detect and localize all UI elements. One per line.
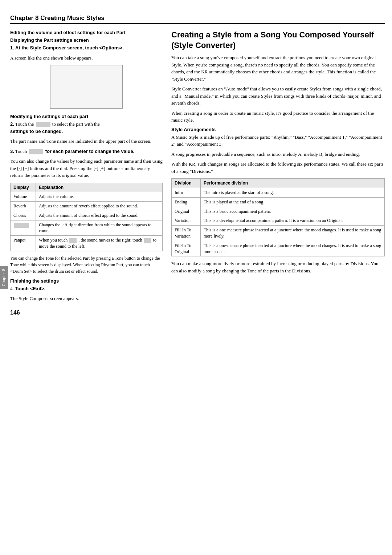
step2-instruction-mid: to select the part with the — [52, 121, 100, 127]
editing-volume-heading: Editing the volume and effect settings f… — [10, 30, 163, 35]
panpot-mid: , the sound moves to the right; touch — [78, 238, 142, 243]
table-cell-panpot-label: Panpot — [11, 236, 36, 251]
divisions-intro-desc: The intro is played at the start of a so… — [201, 188, 385, 197]
step1-num: 1. — [10, 45, 14, 50]
table-cell-blank-label — [11, 220, 36, 236]
section-modifying-settings: Modifying the settings of each part 2. T… — [10, 114, 163, 179]
modifying-settings-heading: Modifying the settings of each part — [10, 114, 163, 119]
step3-note: You can also change the values by touchi… — [10, 158, 163, 179]
displaying-settings-heading: Displaying the Part settings screen — [10, 37, 163, 43]
table-row: Chorus Adjusts the amount of chorus effe… — [11, 211, 163, 220]
step2-instruction-bold: settings to be changed. — [10, 129, 63, 134]
table-cell-reverb-label: Reverb — [11, 202, 36, 211]
divisions-ending-label: Ending — [172, 197, 201, 207]
step2-num: 2. — [10, 121, 14, 127]
finishing-heading: Finishing the settings — [10, 278, 163, 284]
style-arrangements-para-3: With the KR, such changes in songs are a… — [171, 161, 385, 175]
table-header-explanation: Explanation — [36, 183, 163, 192]
table-header-display: Display — [11, 183, 36, 192]
table-cell-reverb-desc: Adjusts the amount of reverb effect appl… — [36, 202, 163, 211]
table-cell-chorus-label: Chorus — [11, 211, 36, 220]
divisions-table: Division Performance division Intro The … — [171, 178, 385, 256]
chapter-divider — [10, 23, 385, 24]
panpot-icon-placeholder — [14, 223, 29, 228]
table-row: Volume Adjusts the volume. — [11, 192, 163, 202]
style-arrangements-heading: Style Arrangements — [171, 127, 385, 132]
panpot-pre: When you touch — [39, 238, 68, 243]
table-cell-volume-desc: Adjusts the volume. — [36, 192, 163, 202]
divisions-header-performance: Performance division — [201, 179, 385, 188]
divisions-variation-label: Variation — [172, 216, 201, 226]
divisions-fillin-original-desc: This is a one-measure phrase inserted at… — [201, 241, 385, 256]
step3-instruction-mid: for each parameter to change the value. — [45, 149, 135, 154]
page-number: 146 — [10, 309, 163, 316]
step2-note: The part name and Tone name are indicate… — [10, 138, 163, 145]
right-para-1: You can take a song you've composed your… — [171, 54, 385, 82]
table-row: Reverb Adjusts the amount of reverb effe… — [11, 202, 163, 211]
panpot-right-button — [69, 238, 77, 243]
finishing-section: Finishing the settings 4. Touch <Exit>. … — [10, 278, 163, 302]
table-row: Fill-In To Variation This is a one-measu… — [172, 226, 385, 241]
right-para-3: When creating a song in order to create … — [171, 110, 385, 124]
step2: 2. Touch the to select the part with the… — [10, 121, 163, 145]
style-arrangements-para-2: A song progresses in predictable a seque… — [171, 151, 385, 158]
divisions-fillin-variation-desc: This is a one-measure phrase inserted at… — [201, 226, 385, 241]
chapter-heading: Chapter 8 Creating Music Styles — [10, 15, 385, 22]
step1-instruction: At the Style Composer screen, touch <Opt… — [15, 45, 124, 50]
table-cell-direction-desc: Changes the left-right direction from wh… — [36, 220, 163, 236]
step4-num: 4. — [10, 286, 14, 291]
main-content: Chapter 8 Creating Music Styles Editing … — [10, 0, 385, 320]
step1: 1. At the Style Composer screen, touch <… — [10, 44, 163, 61]
table-cell-panpot-desc: When you touch , the sound moves to the … — [36, 236, 163, 251]
table-row: Original This is a basic accompaniment p… — [172, 207, 385, 216]
step3-num: 3. — [10, 149, 14, 154]
step1-note: A screen like the one shown below appear… — [10, 54, 163, 62]
section-editing-volume: Editing the volume and effect settings f… — [10, 30, 163, 109]
page-container: Chapter 8 Chapter 8 Creating Music Style… — [0, 0, 392, 555]
table-row: Fill-In To Original This is a one-measur… — [172, 241, 385, 256]
divisions-fillin-original-label: Fill-In To Original — [172, 241, 201, 256]
chapter-tab: Chapter 8 — [0, 266, 8, 289]
table-row: Variation This is a developmental accomp… — [172, 216, 385, 226]
divisions-fillin-variation-label: Fill-In To Variation — [172, 226, 201, 241]
divisions-original-desc: This is a basic accompaniment pattern. — [201, 207, 385, 216]
divisions-variation-desc: This is a developmental accompaniment pa… — [201, 216, 385, 226]
big-heading: Creating a Style from a Song You Compose… — [171, 30, 385, 50]
step3-instruction-pre: Touch — [15, 149, 27, 154]
table-row: Ending This is played at the end of a so… — [172, 197, 385, 207]
final-paragraph: You can make a song more lively or more … — [171, 260, 385, 274]
table-row: Changes the left-right direction from wh… — [11, 220, 163, 236]
table-cell-volume-label: Volume — [11, 192, 36, 202]
left-column: Editing the volume and effect settings f… — [10, 30, 163, 320]
step3-button-placeholder — [29, 149, 43, 154]
step3: 3. Touch for each parameter to change th… — [10, 148, 163, 179]
divisions-ending-desc: This is played at the end of a song. — [201, 197, 385, 207]
step4-note: The Style Composer screen appears. — [10, 295, 163, 302]
step2-button-placeholder — [36, 122, 50, 127]
two-column-layout: Editing the volume and effect settings f… — [10, 30, 385, 320]
divisions-header-division: Division — [172, 179, 201, 188]
bottom-note: You can change the Tone for the selected… — [10, 255, 163, 275]
screen-image-placeholder — [50, 65, 123, 109]
step2-instruction-pre: Touch the — [15, 121, 34, 127]
right-para-2: Style Converter features an "Auto mode" … — [171, 85, 385, 107]
step4-instruction: Touch <Exit>. — [15, 286, 45, 291]
table-cell-chorus-desc: Adjusts the amount of chorus effect appl… — [36, 211, 163, 220]
settings-table: Display Explanation Volume Adjusts the v… — [10, 183, 163, 251]
style-arrangements-para-1: A Music Style is made up of five perform… — [171, 134, 385, 148]
divisions-intro-label: Intro — [172, 188, 201, 197]
right-column: Creating a Style from a Song You Compose… — [171, 30, 385, 320]
table-row: Panpot When you touch , the sound moves … — [11, 236, 163, 251]
panpot-left-button — [144, 238, 151, 243]
divisions-original-label: Original — [172, 207, 201, 216]
style-arrangements-section: Style Arrangements A Music Style is made… — [171, 127, 385, 175]
table-row: Intro The intro is played at the start o… — [172, 188, 385, 197]
